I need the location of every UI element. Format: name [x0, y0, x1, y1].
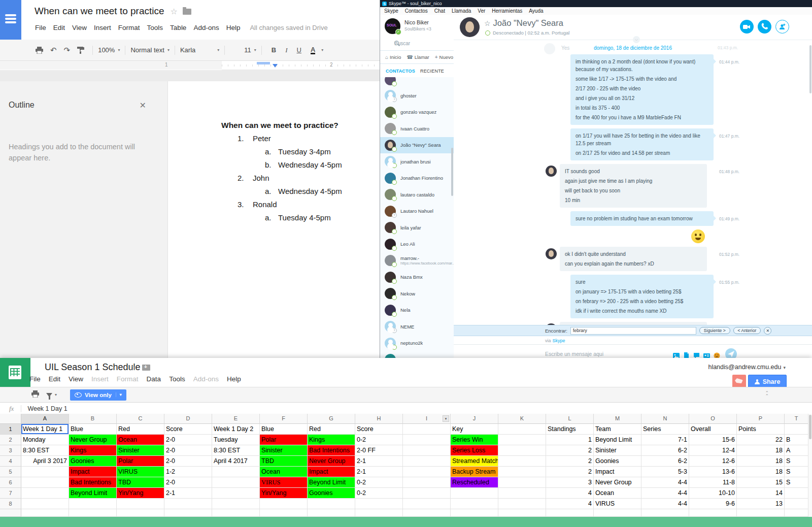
cell-F2[interactable]: Polar — [260, 435, 308, 445]
cell-F8[interactable] — [260, 499, 308, 509]
collapse-toolbar-icon[interactable]: ⌃⌃ — [765, 391, 769, 398]
font-size-select[interactable]: 11 — [244, 46, 251, 54]
docs-menu-tools[interactable]: Tools — [144, 24, 167, 31]
cell-M4[interactable]: Goonies — [594, 456, 641, 467]
cell-L3[interactable]: 2 — [546, 445, 594, 456]
cell-L1[interactable]: Standings — [546, 424, 594, 435]
docs-menu-view[interactable]: View — [69, 24, 90, 31]
cell-I8[interactable] — [403, 499, 451, 509]
docs-menu-help[interactable]: Help — [223, 24, 244, 31]
cell-M6[interactable]: Never Group — [594, 477, 641, 488]
cell-partial[interactable] — [785, 488, 808, 499]
cell-E8[interactable] — [212, 499, 260, 509]
column-header-K[interactable]: K — [498, 414, 546, 424]
cell-K3[interactable] — [498, 445, 546, 456]
docs-logo-icon[interactable] — [0, 0, 21, 40]
column-header-F[interactable]: F — [260, 414, 308, 424]
cell-E7[interactable] — [212, 488, 260, 499]
skype-menu-contactos[interactable]: Contactos — [405, 8, 428, 14]
contact-card-icon[interactable] — [703, 352, 710, 358]
skype-titlebar[interactable]: S Skype™ - soul_biker_nico — [380, 0, 812, 7]
cell-G3[interactable]: Bad Intentions — [308, 445, 355, 456]
cell-J8[interactable] — [451, 499, 498, 509]
column-header-D[interactable]: D — [164, 414, 212, 424]
contacts-scrollbar[interactable] — [451, 148, 453, 196]
cell-P6[interactable]: 15 — [737, 477, 785, 488]
close-icon[interactable]: ✕ — [140, 101, 146, 110]
cell-C3[interactable]: Sinister — [117, 445, 164, 456]
cell-N8[interactable]: 4-4 — [641, 499, 689, 509]
indent-triangle-icon[interactable] — [273, 64, 278, 68]
cell-I3[interactable] — [403, 445, 451, 456]
cell-F5[interactable]: Ocean — [260, 467, 308, 477]
cell-K2[interactable] — [498, 435, 546, 445]
tab-recent[interactable]: RECIENTE — [420, 69, 444, 74]
file-icon[interactable] — [683, 352, 690, 358]
nav-llamar[interactable]: ☎Llamar — [407, 54, 429, 60]
contact-item[interactable]: ?ghoster — [380, 87, 454, 104]
cell-partial[interactable]: S — [785, 467, 808, 477]
cell-O1[interactable]: Overall — [689, 424, 737, 435]
contact-item[interactable]: Nela — [380, 302, 454, 319]
column-header-P[interactable]: P — [737, 414, 785, 424]
column-header-B[interactable]: B — [69, 414, 117, 424]
cell-K1[interactable] — [498, 424, 546, 435]
contact-item[interactable] — [380, 77, 454, 87]
skype-menu-chat[interactable]: Chat — [434, 8, 445, 14]
account-email[interactable]: hlandis@andrew.cmu.edu▾ — [708, 364, 786, 371]
docs-title[interactable]: When can we meet to practice☆ — [35, 6, 191, 17]
cell-A4[interactable]: April 3 2017 — [21, 456, 69, 467]
sheets-menu-edit[interactable]: Edit — [45, 375, 64, 383]
voice-call-button[interactable] — [758, 20, 771, 34]
contact-item[interactable]: marrow.-https://www.facebook.com/mar... — [380, 252, 454, 269]
cell-G2[interactable]: Kings — [308, 435, 355, 445]
cell-G6[interactable]: Beyond Limit — [308, 477, 355, 488]
cell-B3[interactable]: Kings — [69, 445, 117, 456]
column-header-N[interactable]: N — [641, 414, 689, 424]
compose-area[interactable]: Escribe un mensaje aqui — [454, 345, 812, 358]
sheets-title[interactable]: UIL Season 1 Schedule — [45, 362, 140, 373]
message-bubble[interactable]: IT sounds goodagain just give me time as… — [560, 164, 707, 208]
cell-O5[interactable]: 13-6 — [689, 467, 737, 477]
formula-bar[interactable]: fx Week 1 Day 1 — [0, 403, 812, 414]
column-header-G[interactable]: G — [308, 414, 355, 424]
contact-item[interactable]: ?Lautaro Nahuel — [380, 203, 454, 220]
cell-D5[interactable]: 1-2 — [164, 467, 212, 477]
skype-menu-skype[interactable]: Skype — [384, 8, 398, 14]
cell-N5[interactable]: 5-3 — [641, 467, 689, 477]
cell-B7[interactable]: Beyond Limit — [69, 488, 117, 499]
document-page[interactable]: When can we meet to practice? 1.Petera.T… — [167, 81, 380, 358]
column-header-O[interactable]: O — [689, 414, 737, 424]
grid-corner[interactable] — [0, 414, 21, 424]
cell-D4[interactable]: 2-0 — [164, 456, 212, 467]
docs-menu-add-ons[interactable]: Add-ons — [190, 24, 222, 31]
cell-B8[interactable] — [69, 499, 117, 509]
cell-A7[interactable] — [21, 488, 69, 499]
column-header-L[interactable]: L — [546, 414, 594, 424]
cell-N3[interactable]: 6-2 — [641, 445, 689, 456]
column-header-H[interactable]: H — [355, 414, 403, 424]
column-header-A[interactable]: A — [21, 414, 69, 424]
cell-D7[interactable]: 2-1 — [164, 488, 212, 499]
docs-menu-file[interactable]: File — [31, 24, 50, 31]
cell-J6[interactable]: Rescheduled — [451, 477, 498, 488]
cell-P7[interactable]: 14 — [737, 488, 785, 499]
cell-A3[interactable]: 8:30 EST — [21, 445, 69, 456]
tab-contacts[interactable]: CONTACTOS — [386, 69, 415, 74]
cell-E3[interactable]: 8:30 EST — [212, 445, 260, 456]
row-header-6[interactable]: 6 — [0, 477, 21, 488]
cell-I2[interactable] — [403, 435, 451, 445]
row-header-7[interactable]: 7 — [0, 488, 21, 499]
undo-icon[interactable]: ↶ — [50, 46, 57, 55]
cell-B6[interactable]: Bad Intentions — [69, 477, 117, 488]
paragraph-style-select[interactable]: Normal text — [130, 46, 164, 54]
cell-D6[interactable]: 2-0 — [164, 477, 212, 488]
cell-I1[interactable] — [403, 424, 451, 435]
cell-C7[interactable]: Yin/Yang — [117, 488, 164, 499]
cell-H8[interactable] — [355, 499, 403, 509]
cell-H3[interactable]: 2-0 FF — [355, 445, 403, 456]
cell-partial[interactable]: B — [785, 435, 808, 445]
find-prev-button[interactable]: < Anterior — [733, 327, 761, 334]
cell-N6[interactable]: 4-4 — [641, 477, 689, 488]
row-header-8[interactable]: 8 — [0, 499, 21, 509]
